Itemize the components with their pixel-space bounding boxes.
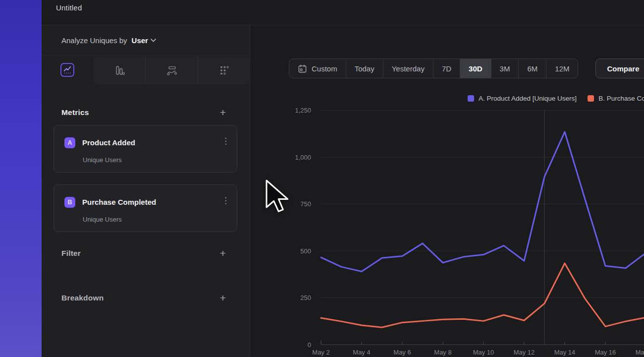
chevron-down-icon <box>151 39 156 42</box>
app-root: Untitled Analyze Uniques by User <box>0 0 644 357</box>
svg-text:0: 0 <box>308 341 311 349</box>
svg-text:1,000: 1,000 <box>295 154 311 161</box>
svg-text:May 2: May 2 <box>312 349 329 356</box>
analyze-value-dropdown[interactable]: User <box>132 36 156 45</box>
svg-text:May 14: May 14 <box>554 349 576 356</box>
filter-title: Filter <box>61 249 81 258</box>
report-title[interactable]: Untitled <box>56 3 82 12</box>
metric-subtitle: Unique Users <box>83 156 122 164</box>
line-chart: 02505007501,0001,250May 2May 4May 6May 8… <box>250 25 644 357</box>
line-chart-icon <box>63 65 72 74</box>
flows-icon <box>166 64 178 76</box>
breakdown-header: Breakdown + <box>42 291 250 305</box>
metric-name: Purchase Completed <box>82 198 156 206</box>
analyze-row: Analyze Uniques by User <box>42 25 250 56</box>
svg-text:May 12: May 12 <box>514 349 535 356</box>
metric-letter-badge: A <box>64 137 75 148</box>
kebab-menu-button[interactable]: ⋮ <box>221 196 230 206</box>
main-panel: CustomTodayYesterday7D30D3M6M12M Compare… <box>250 25 644 357</box>
metric-card[interactable]: A Product Added ⋮ Unique Users <box>54 125 237 173</box>
tab-insights[interactable] <box>60 63 74 77</box>
svg-text:May 8: May 8 <box>434 349 451 356</box>
svg-text:500: 500 <box>300 247 311 255</box>
breakdown-title: Breakdown <box>61 294 104 302</box>
metrics-header: Metrics + <box>42 106 250 119</box>
analyze-label: Analyze Uniques by <box>61 36 127 45</box>
topbar: Untitled <box>42 0 644 25</box>
svg-text:May 18: May 18 <box>636 349 644 356</box>
metric-name: Product Added <box>82 138 135 147</box>
tab-flows[interactable] <box>145 56 198 84</box>
svg-text:May 10: May 10 <box>473 349 494 356</box>
add-breakdown-button[interactable]: + <box>220 294 226 302</box>
svg-text:1,250: 1,250 <box>295 107 311 114</box>
svg-text:250: 250 <box>300 294 311 301</box>
add-metric-button[interactable]: + <box>220 109 226 117</box>
left-gradient-strip <box>0 0 42 357</box>
kebab-menu-button[interactable]: ⋮ <box>221 136 230 146</box>
metric-subtitle: Unique Users <box>83 216 122 223</box>
svg-text:750: 750 <box>300 200 311 208</box>
tab-retention[interactable] <box>198 56 250 84</box>
sidebar: Analyze Uniques by User <box>42 25 250 357</box>
metric-card[interactable]: B Purchase Completed ⋮ Unique Users <box>54 184 237 232</box>
add-filter-button[interactable]: + <box>220 249 226 257</box>
retention-grid-icon <box>218 64 230 76</box>
metric-letter-badge: B <box>64 197 75 208</box>
filter-header: Filter + <box>42 246 250 260</box>
chart-type-tabs <box>93 56 250 84</box>
svg-text:May 16: May 16 <box>595 349 616 356</box>
bar-chart-icon <box>113 64 125 76</box>
metrics-title: Metrics <box>61 108 89 117</box>
svg-text:May 6: May 6 <box>393 349 411 356</box>
tab-funnels[interactable] <box>93 56 145 84</box>
svg-text:May 4: May 4 <box>353 349 370 356</box>
